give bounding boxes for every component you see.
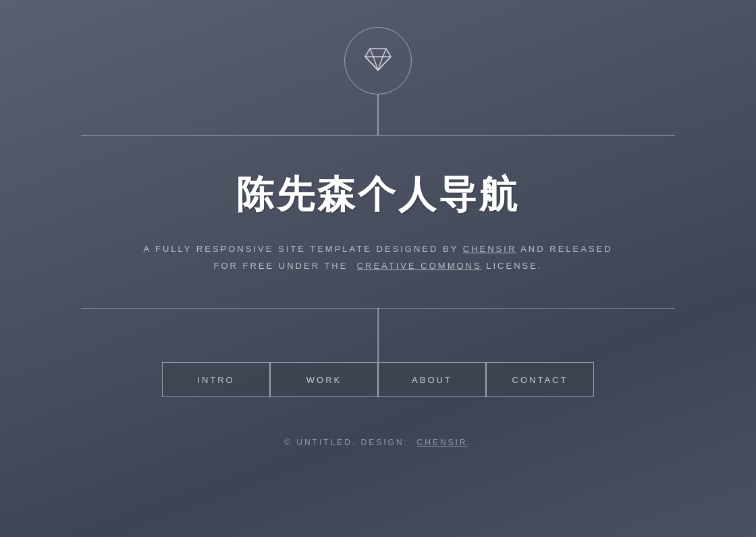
bottom-lines-container	[81, 308, 675, 362]
bottom-section: INTRO WORK ABOUT CONTACT	[0, 308, 756, 397]
main-title: 陈先森个人导航	[236, 170, 520, 221]
vertical-line-top	[377, 95, 379, 135]
nav-about-button[interactable]: ABOUT	[378, 362, 486, 397]
subtitle: A FULLY RESPONSIVE SITE TEMPLATE DESIGNE…	[143, 241, 612, 274]
logo-circle	[344, 27, 412, 95]
subtitle-line2-start: FOR FREE UNDER THE	[213, 261, 348, 271]
top-section	[0, 0, 756, 136]
footer-link[interactable]: CHENSIR	[417, 438, 468, 447]
main-content: 陈先森个人导航 A FULLY RESPONSIVE SITE TEMPLATE…	[0, 136, 756, 274]
subtitle-line2-end: LICENSE.	[486, 261, 542, 271]
nav-work-button[interactable]: WORK	[270, 362, 378, 397]
horizontal-line-top	[81, 135, 675, 136]
footer-end: .	[468, 438, 472, 447]
license-link[interactable]: CREATIVE COMMONS	[357, 261, 482, 271]
subtitle-line1-start: A FULLY RESPONSIVE SITE TEMPLATE DESIGNE…	[143, 244, 458, 254]
nav-contact-button[interactable]: CONTACT	[486, 362, 594, 397]
footer: © UNTITLED. DESIGN: CHENSIR.	[284, 438, 472, 447]
svg-marker-0	[365, 49, 391, 70]
subtitle-line1-end: AND RELEASED	[520, 244, 612, 254]
nav-intro-button[interactable]: INTRO	[162, 362, 270, 397]
author-link[interactable]: CHENSIR	[463, 244, 517, 254]
diamond-icon	[364, 47, 392, 74]
nav-buttons: INTRO WORK ABOUT CONTACT	[162, 362, 594, 397]
vertical-line-bottom	[377, 308, 379, 362]
footer-text: © UNTITLED. DESIGN:	[284, 438, 408, 447]
